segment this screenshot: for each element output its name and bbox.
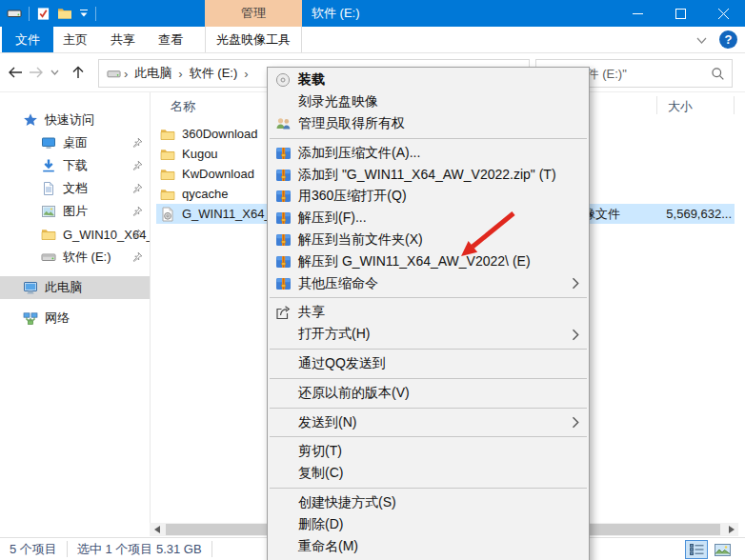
menu-item[interactable]: 刻录光盘映像 — [268, 91, 589, 113]
pin-icon[interactable] — [131, 206, 143, 217]
new-folder-icon[interactable] — [57, 4, 72, 23]
tab-view[interactable]: 查看 — [149, 27, 192, 52]
menu-item[interactable]: 通过QQ发送到 — [268, 353, 589, 375]
menu-item[interactable]: 装载 — [268, 70, 589, 91]
sidebar-item[interactable]: 下载 — [0, 154, 150, 177]
menu-item-label: 共享 — [298, 304, 325, 321]
column-header-size[interactable]: 大小 — [668, 98, 693, 115]
forward-button[interactable] — [27, 63, 46, 82]
back-button[interactable] — [6, 63, 25, 82]
menu-item-label: 装载 — [298, 71, 325, 89]
sidebar-item[interactable]: 软件 (E:) — [0, 246, 150, 269]
large-icons-view-button[interactable] — [711, 540, 734, 559]
sidebar-item[interactable]: G_WIN10_X64_ — [0, 223, 150, 246]
menu-item[interactable]: 添加到 "G_WIN11_X64_AW_V2022.zip" (T) — [268, 164, 589, 186]
menu-item[interactable]: 删除(D) — [268, 513, 589, 535]
pin-icon[interactable] — [131, 183, 143, 194]
column-divider[interactable] — [656, 96, 657, 114]
menu-item-label: 重命名(M) — [298, 538, 358, 555]
tab-file[interactable]: 文件 — [2, 27, 53, 52]
menu-item[interactable]: 解压到当前文件夹(X) — [268, 230, 589, 251]
submenu-chevron-icon — [572, 277, 579, 290]
menu-item-label: 复制(C) — [298, 465, 343, 482]
items-count: 5 个项目 — [0, 541, 68, 557]
sidebar-item[interactable]: 图片 — [0, 200, 150, 223]
pin-icon[interactable] — [131, 137, 143, 149]
tab-home[interactable]: 主页 — [53, 27, 97, 52]
menu-item-label: 还原以前的版本(V) — [298, 385, 410, 402]
column-header-name[interactable]: 名称 — [171, 98, 195, 115]
breadcrumb-chevron-icon — [121, 67, 131, 81]
menu-item[interactable]: 共享 — [268, 302, 589, 324]
menu-separator — [270, 436, 587, 437]
menu-item-label: 通过QQ发送到 — [298, 355, 386, 372]
recent-locations-chevron-icon[interactable] — [48, 63, 61, 82]
properties-icon[interactable] — [36, 4, 50, 23]
zip-icon — [274, 146, 292, 161]
scroll-right-arrow[interactable] — [724, 523, 738, 536]
up-button[interactable] — [69, 63, 88, 82]
menu-separator — [270, 408, 587, 409]
menu-item[interactable]: 剪切(T) — [268, 441, 589, 463]
download-icon — [41, 158, 56, 173]
view-buttons — [685, 540, 734, 559]
menu-item[interactable]: 管理员取得所有权 — [268, 113, 589, 135]
menu-item[interactable]: 添加到压缩文件(A)... — [268, 142, 589, 164]
help-button[interactable] — [719, 30, 737, 49]
sidebar-item[interactable]: 快速访问 — [0, 109, 150, 131]
zip-icon — [274, 254, 292, 270]
selection-summary: 选中 1 个项目 5.31 GB — [68, 541, 212, 557]
explorer-window: 管理 软件 (E:) 文件 主页 共享 查看 光盘映像工具 此电脑 软件 (E:… — [0, 0, 745, 560]
menu-item-label: 删除(D) — [298, 516, 343, 533]
menu-item[interactable]: 解压到 G_WIN11_X64_AW_V2022\ (E) — [268, 250, 589, 272]
column-divider[interactable] — [734, 96, 735, 114]
menu-item[interactable]: 解压到(F)... — [268, 208, 589, 230]
menu-separator — [270, 297, 587, 298]
qat-customize-chevron-icon[interactable] — [79, 4, 89, 23]
window-drive-icon[interactable] — [7, 4, 22, 23]
menu-item[interactable]: 其他压缩命令 — [268, 272, 589, 294]
menu-item[interactable]: 重命名(M) — [268, 535, 589, 557]
search-icon[interactable] — [711, 67, 725, 81]
pin-icon[interactable] — [131, 160, 143, 171]
sidebar-item[interactable]: 网络 — [0, 307, 150, 330]
menu-item-label: 刻录光盘映像 — [298, 93, 378, 110]
menu-item[interactable]: 还原以前的版本(V) — [268, 382, 589, 404]
sidebar-item-label: 此电脑 — [45, 279, 82, 296]
file-name: Kugou — [182, 147, 218, 161]
menu-item[interactable]: 用360压缩打开(Q) — [268, 186, 589, 208]
tab-share[interactable]: 共享 — [101, 27, 145, 52]
maximize-button[interactable] — [659, 0, 702, 27]
file-name: KwDownload — [182, 167, 254, 181]
sidebar-item-label: 文档 — [63, 180, 88, 197]
sidebar-item[interactable]: 此电脑 — [0, 276, 150, 299]
minimize-button[interactable] — [616, 0, 659, 27]
pc-icon — [23, 280, 38, 295]
menu-item[interactable]: 发送到(N) — [268, 411, 589, 433]
menu-item-label: 其他压缩命令 — [298, 275, 378, 292]
menu-item[interactable]: 复制(C) — [268, 463, 589, 485]
menu-item[interactable]: 打开方式(H) — [268, 324, 589, 346]
ribbon-expand-chevron-icon[interactable] — [694, 32, 709, 48]
sidebar-item[interactable]: 桌面 — [0, 131, 150, 154]
scroll-left-arrow[interactable] — [150, 523, 164, 536]
menu-item[interactable]: 创建快捷方式(S) — [268, 492, 589, 514]
close-button[interactable] — [702, 0, 745, 27]
ribbon-tab-row: 文件 主页 共享 查看 光盘映像工具 — [0, 27, 745, 53]
document-icon — [41, 181, 56, 196]
contextual-tab-group-manage[interactable]: 管理 — [205, 0, 302, 27]
menu-separator — [270, 349, 587, 350]
zip-icon — [274, 168, 292, 183]
pin-icon[interactable] — [131, 251, 143, 263]
disc-icon — [274, 72, 292, 88]
drive-icon — [41, 250, 56, 265]
tab-disc-image-tools[interactable]: 光盘映像工具 — [205, 27, 302, 52]
menu-item-label: 剪切(T) — [298, 443, 342, 460]
pictures-icon — [41, 204, 56, 219]
sidebar-item[interactable]: 文档 — [0, 177, 150, 200]
pin-icon[interactable] — [131, 229, 143, 240]
breadcrumb-this-pc[interactable]: 此电脑 — [131, 65, 175, 82]
details-view-button[interactable] — [685, 540, 708, 559]
zip-icon — [274, 232, 292, 248]
breadcrumb-drive-e[interactable]: 软件 (E:) — [186, 65, 242, 82]
